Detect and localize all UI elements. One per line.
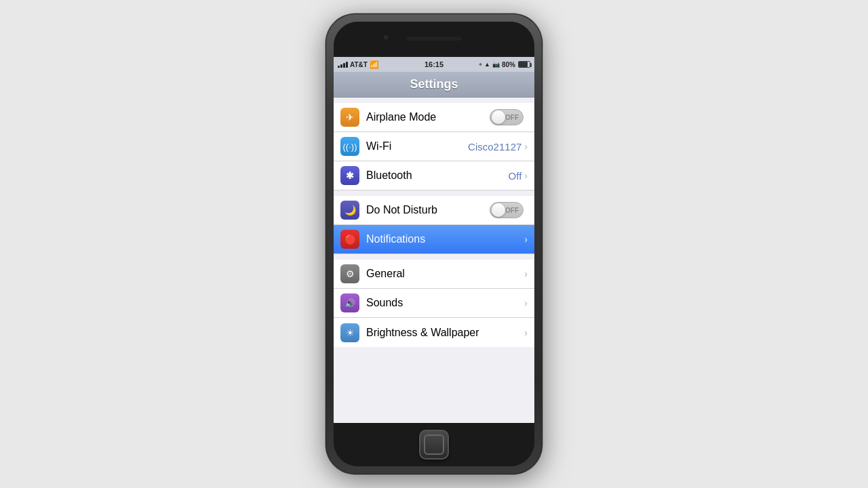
nav-bar: Settings xyxy=(334,72,534,98)
general-label: General xyxy=(366,268,524,280)
do-not-disturb-icon: 🌙 xyxy=(340,201,359,220)
page-title: Settings xyxy=(410,77,458,92)
signal-bars xyxy=(338,62,348,68)
bluetooth-chevron: › xyxy=(524,170,528,181)
list-item[interactable]: 🔴 Notifications › xyxy=(334,225,534,254)
camera xyxy=(382,34,389,41)
list-item[interactable]: ✈ Airplane Mode OFF xyxy=(334,103,534,132)
phone-frame: AT&T 📶 16:15 ⌖ ▲ 📷 80% Settings xyxy=(326,14,542,474)
section-connectivity: ✈ Airplane Mode OFF ((·)) Wi-Fi xyxy=(334,98,534,190)
home-button-inner xyxy=(424,434,444,455)
list-item[interactable]: ☀ Brightness & Wallpaper › xyxy=(334,318,534,347)
general-chevron: › xyxy=(524,268,528,279)
sounds-icon: 🔊 xyxy=(340,293,359,312)
toggle-off-label: OFF xyxy=(505,207,519,214)
wifi-settings-icon: ((·)) xyxy=(340,137,359,156)
list-item[interactable]: ((·)) Wi-Fi Cisco21127 › xyxy=(334,132,534,161)
battery-percent: 80% xyxy=(502,61,515,68)
general-icon: ⚙ xyxy=(340,264,359,283)
bluetooth-label: Bluetooth xyxy=(366,169,509,182)
list-item[interactable]: ⚙ General › xyxy=(334,260,534,289)
phone-inner: AT&T 📶 16:15 ⌖ ▲ 📷 80% Settings xyxy=(334,22,534,466)
list-item[interactable]: ✱ Bluetooth Off › xyxy=(334,161,534,190)
status-bar: AT&T 📶 16:15 ⌖ ▲ 📷 80% xyxy=(334,57,534,72)
battery-icon: 📷 xyxy=(492,61,500,68)
carrier-label: AT&T xyxy=(350,61,368,68)
wifi-value: Cisco21127 xyxy=(468,141,521,152)
brightness-label: Brightness & Wallpaper xyxy=(366,327,524,339)
section-preferences: ⚙ General › 🔊 Sounds › xyxy=(334,254,534,347)
settings-list: ✈ Airplane Mode OFF ((·)) Wi-Fi xyxy=(334,98,534,423)
wifi-chevron: › xyxy=(524,141,528,152)
notifications-icon: 🔴 xyxy=(340,230,359,249)
section-alerts: 🌙 Do Not Disturb OFF 🔴 Notificat xyxy=(334,190,534,254)
toggle-off-label: OFF xyxy=(505,114,519,121)
airplane-toggle[interactable]: OFF xyxy=(490,109,524,125)
battery-bar xyxy=(518,61,530,68)
do-not-disturb-label: Do Not Disturb xyxy=(366,204,490,216)
notifications-chevron: › xyxy=(524,234,528,245)
home-button[interactable] xyxy=(419,430,449,460)
phone-bottom-bar xyxy=(334,423,534,466)
bluetooth-icon: ✱ xyxy=(340,166,359,185)
status-left: AT&T 📶 xyxy=(338,60,379,69)
brightness-chevron: › xyxy=(524,327,528,338)
bluetooth-value: Off xyxy=(509,170,522,182)
list-item[interactable]: 🔊 Sounds › xyxy=(334,289,534,318)
phone-top-bar xyxy=(334,22,534,57)
screen: AT&T 📶 16:15 ⌖ ▲ 📷 80% Settings xyxy=(334,57,534,423)
sounds-label: Sounds xyxy=(366,297,524,309)
status-right: ⌖ ▲ 📷 80% xyxy=(479,61,530,68)
airplane-mode-label: Airplane Mode xyxy=(366,111,490,123)
list-item[interactable]: 🌙 Do Not Disturb OFF xyxy=(334,196,534,225)
brightness-icon: ☀ xyxy=(340,323,359,342)
notifications-label: Notifications xyxy=(366,233,524,245)
wifi-icon: 📶 xyxy=(370,60,379,69)
dnd-toggle[interactable]: OFF xyxy=(490,202,524,218)
toggle-thumb xyxy=(492,203,505,217)
wifi-label: Wi-Fi xyxy=(366,140,468,152)
time-display: 16:15 xyxy=(425,60,443,68)
airplane-mode-icon: ✈ xyxy=(340,108,359,127)
location-icon: ⌖ xyxy=(479,61,482,68)
sounds-chevron: › xyxy=(524,298,528,308)
toggle-thumb xyxy=(492,110,505,124)
signal-icon: ▲ xyxy=(484,61,490,68)
speaker-grille xyxy=(407,37,461,41)
